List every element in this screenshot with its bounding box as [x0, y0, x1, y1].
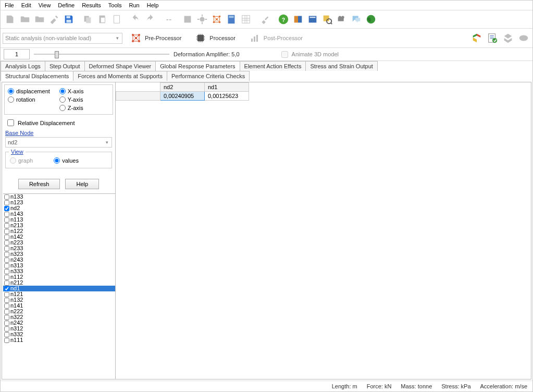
folder2-icon[interactable] — [33, 13, 46, 26]
stop-icon[interactable] — [181, 13, 194, 26]
status-accel: Acceleration: m/se — [480, 383, 527, 389]
menu-results[interactable]: Results — [82, 2, 101, 8]
tab-performance-criteria-checks[interactable]: Performance Criteria Checks — [167, 71, 250, 81]
post-processor-button[interactable]: Post-Processor — [243, 31, 308, 45]
doc-icon[interactable] — [110, 13, 123, 26]
copy-icon[interactable] — [81, 13, 94, 26]
amp-label: Deformation Amplifier: 5,0 — [173, 51, 240, 57]
col-header[interactable]: nd2 — [160, 83, 205, 92]
menu-help[interactable]: Help — [147, 2, 159, 8]
mesh-icon[interactable] — [210, 13, 224, 26]
processor-button[interactable]: Processor — [189, 31, 241, 45]
chat-icon[interactable] — [350, 13, 363, 26]
displacement-radio[interactable]: displacement — [8, 88, 50, 94]
pre-processor-button[interactable]: Pre-Processor — [125, 31, 187, 45]
status-mass: Mass: tonne — [401, 383, 432, 389]
brush-icon[interactable] — [258, 13, 271, 26]
search-icon[interactable] — [320, 13, 334, 26]
x-axis-radio[interactable]: X-axis — [59, 88, 84, 94]
status-force: Force: kN — [367, 383, 392, 389]
deform-toolbar: 1 Deformation Amplifier: 5,0 Animate 3D … — [1, 47, 532, 60]
cell[interactable]: 0,00125623 — [205, 92, 249, 101]
sub-tabs: Structural DisplacementsForces and Momen… — [1, 71, 532, 81]
svg-point-22 — [339, 16, 342, 19]
paste-icon[interactable] — [95, 13, 109, 26]
folder-icon[interactable] — [18, 13, 32, 26]
menu-tools[interactable]: Tools — [108, 2, 122, 8]
gear-icon[interactable] — [195, 13, 209, 26]
data-table: nd2nd1 0,002409050,00125623 — [116, 82, 249, 101]
z-axis-radio[interactable]: Z-axis — [59, 105, 84, 111]
svg-rect-15 — [229, 16, 233, 18]
cell[interactable]: 0,00240905 — [160, 92, 205, 101]
shape1-icon[interactable] — [501, 31, 515, 45]
menu-define[interactable]: Define — [58, 2, 75, 8]
svg-point-23 — [341, 16, 344, 19]
tab-global-response-parameters[interactable]: Global Response Parameters — [155, 61, 240, 71]
rotation-radio[interactable]: rotation — [8, 96, 50, 103]
node-item[interactable]: n212 — [3, 280, 115, 286]
step-spinner[interactable]: 1 — [4, 49, 30, 59]
processor-toolbar: Static analysis (non-variable load) Pre-… — [1, 28, 532, 47]
tab-step-output[interactable]: Step Output — [45, 61, 85, 71]
book1-icon[interactable] — [291, 13, 305, 26]
status-bar: Length: m Force: kN Mass: tonne Stress: … — [1, 381, 532, 391]
analysis-type-combo[interactable]: Static analysis (non-variable load) — [3, 33, 122, 44]
status-stress: Stress: kPa — [441, 383, 470, 389]
menu-file[interactable]: File — [5, 2, 14, 8]
node-item[interactable]: n111 — [3, 337, 115, 343]
calc-icon[interactable] — [225, 13, 238, 26]
tab-stress-and-strain-output[interactable]: Stress and Strain Output — [305, 61, 377, 71]
node-item[interactable]: n123 — [3, 200, 115, 205]
svg-rect-3 — [86, 17, 91, 23]
help-icon[interactable]: ? — [277, 13, 290, 26]
view-box: View graph values — [5, 152, 112, 168]
tab-analysis-logs[interactable]: Analysis Logs — [1, 61, 45, 71]
status-length: Length: m — [332, 383, 357, 389]
type-axis-box: displacement rotation X-axis Y-axis Z-ax… — [4, 84, 113, 115]
help-button[interactable]: Help — [65, 179, 99, 189]
main-content: displacement rotation X-axis Y-axis Z-ax… — [2, 82, 531, 379]
undo-icon[interactable] — [129, 13, 142, 26]
relative-disp-checkbox[interactable]: Relative Displacement — [5, 118, 112, 128]
save-icon[interactable] — [62, 13, 76, 26]
tab-deformed-shape-viewer[interactable]: Deformed Shape Viewer — [84, 61, 156, 71]
globe-icon[interactable] — [364, 13, 378, 26]
book2-icon[interactable] — [306, 13, 319, 26]
new-icon[interactable] — [4, 13, 17, 26]
processor-icon — [195, 32, 206, 44]
amp-slider[interactable] — [34, 50, 169, 59]
y-axis-radio[interactable]: Y-axis — [59, 96, 84, 103]
left-panel: displacement rotation X-axis Y-axis Z-ax… — [2, 82, 116, 379]
tab-element-action-effects[interactable]: Element Action Effects — [240, 61, 306, 71]
menu-run[interactable]: Run — [129, 2, 140, 8]
animate-checkbox[interactable]: Animate 3D model — [269, 50, 339, 59]
3d-icon[interactable] — [470, 31, 484, 45]
result-tabs: Analysis LogsStep OutputDeformed Shape V… — [1, 60, 532, 71]
svg-rect-16 — [242, 16, 250, 23]
menu-bar: FileEditViewDefineResultsToolsRunHelp — [1, 1, 532, 10]
svg-rect-19 — [324, 16, 329, 21]
graph-radio: graph — [10, 157, 33, 164]
col-header[interactable]: nd1 — [205, 83, 249, 92]
values-radio[interactable]: values — [54, 157, 79, 164]
pre-processor-icon — [130, 32, 142, 44]
tab-forces-and-moments-at-supports[interactable]: Forces and Moments at Supports — [73, 71, 167, 81]
shape2-icon[interactable] — [517, 31, 530, 45]
menu-edit[interactable]: Edit — [21, 2, 31, 8]
data-grid-panel: nd2nd1 0,002409050,00125623 — [116, 82, 531, 379]
menu-view[interactable]: View — [39, 2, 51, 8]
svg-point-36 — [519, 35, 528, 41]
tab-structural-displacements[interactable]: Structural Displacements — [1, 71, 73, 81]
svg-rect-32 — [254, 36, 255, 42]
base-node-combo[interactable]: nd2 — [5, 137, 112, 148]
link-icon[interactable] — [162, 13, 176, 26]
report-icon[interactable] — [486, 31, 499, 45]
node-list[interactable]: n133n123nd2n143n113n213n122n142n223n233n… — [3, 193, 115, 379]
refresh-button[interactable]: Refresh — [18, 179, 60, 189]
video-icon[interactable] — [335, 13, 349, 26]
row-header[interactable] — [116, 92, 160, 101]
wizard-icon[interactable] — [47, 13, 61, 26]
grid-icon[interactable] — [239, 13, 253, 26]
redo-icon[interactable] — [143, 13, 157, 26]
